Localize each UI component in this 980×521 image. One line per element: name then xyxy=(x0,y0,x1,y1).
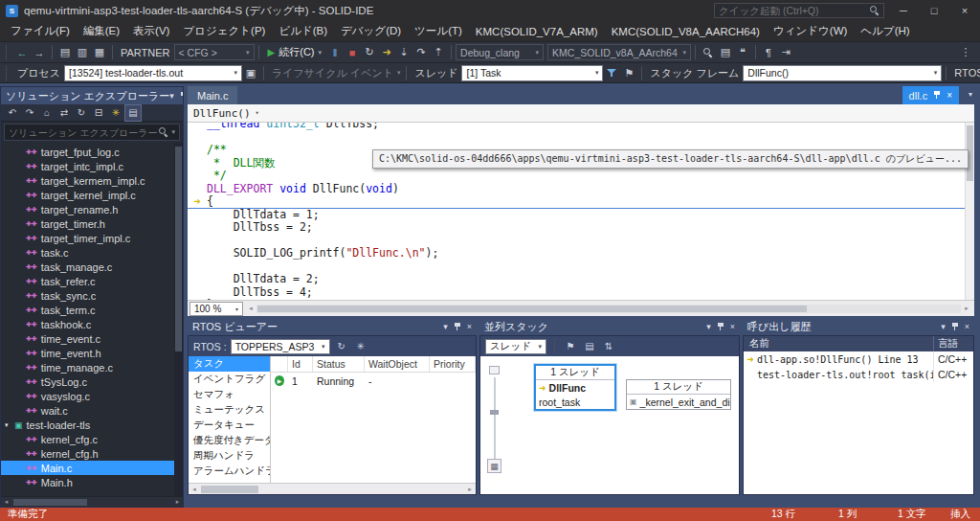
navigate-backward-icon[interactable]: ← xyxy=(13,44,31,61)
tree-item[interactable]: ✚✚target_kernel_impl.c xyxy=(1,188,183,202)
thread-combo[interactable]: [1] Task▾ xyxy=(461,65,603,81)
tree-item[interactable]: ✚✚task_sync.c xyxy=(1,288,183,303)
refresh-icon[interactable]: ↻ xyxy=(334,339,349,354)
stack-frame-item[interactable]: root_task xyxy=(536,395,614,409)
sync-selection-icon[interactable]: ⇄ xyxy=(56,105,72,121)
tree-item[interactable]: ✚✚Main.c xyxy=(1,461,183,475)
rtos-column-header[interactable]: Status xyxy=(313,356,365,372)
code-line[interactable]: DllTdata = 1; xyxy=(188,209,965,222)
comment-icon[interactable]: ❝ xyxy=(734,44,751,61)
close-panel-icon[interactable]: × xyxy=(965,322,969,331)
navigate-forward-icon[interactable]: → xyxy=(31,44,48,61)
process-combo[interactable]: [13524] test-loader-tls.out▾ xyxy=(64,65,242,81)
rtos-table-row[interactable]: ▶1Running- xyxy=(271,373,476,389)
rtos-horizontal-scrollbar[interactable]: ◂▸ xyxy=(189,483,476,494)
tree-item[interactable]: ✚✚target_timer.h xyxy=(1,216,183,231)
code-line[interactable]: DllTdata = 2; xyxy=(188,273,965,286)
solution-search-input[interactable] xyxy=(9,127,159,138)
rtos-combo[interactable]: TOPPERS_ASP3▾ xyxy=(231,339,330,354)
process-info-icon[interactable]: ▣ xyxy=(242,64,259,81)
rtos-column-header[interactable]: Priority xyxy=(430,356,476,372)
rtos-column-header[interactable]: Id xyxy=(288,356,313,372)
tree-item[interactable]: ✚✚task_term.c xyxy=(1,303,183,317)
close-panel-icon[interactable]: × xyxy=(467,322,472,331)
close-panel-icon[interactable]: × xyxy=(730,322,735,331)
rtos-category-item[interactable]: 優先度付きデータキュー xyxy=(189,433,270,448)
cfg-combo[interactable]: < CFG >▾ xyxy=(174,44,255,60)
settings-gear-icon[interactable]: ✳ xyxy=(353,339,368,354)
close-button[interactable]: × xyxy=(949,0,980,21)
editor-horizontal-scrollbar[interactable]: ◂▸ xyxy=(245,302,972,316)
pin-icon[interactable] xyxy=(717,323,724,331)
tree-item[interactable]: ✚✚target_kermem_impl.c xyxy=(1,173,183,188)
expander-icon[interactable]: ▾ xyxy=(5,421,14,429)
tree-item[interactable]: ✚✚Main.h xyxy=(1,475,183,489)
code-line[interactable] xyxy=(188,260,965,274)
flag-threads-icon[interactable]: ⚑ xyxy=(620,64,637,81)
stop-debugging-icon[interactable]: ■ xyxy=(344,44,361,61)
menu-item[interactable]: KMC(SOLID_V8A_AARCH64) xyxy=(605,21,767,41)
toolbar-overflow-icon[interactable]: ⋮ xyxy=(957,44,974,61)
auto-scroll-icon[interactable]: ⇅ xyxy=(601,339,616,354)
forward-icon[interactable]: ↷ xyxy=(22,105,37,121)
code-line[interactable]: */ xyxy=(188,170,965,183)
toolbar-grip[interactable] xyxy=(6,66,11,80)
stack-box-other[interactable]: 1 スレッド▣_kernel_exit_and_dispatch xyxy=(626,379,731,410)
line-numbers-icon[interactable]: ¶ xyxy=(760,44,777,61)
properties-icon[interactable]: ✳ xyxy=(108,105,123,121)
stack-box-current[interactable]: 1 スレッド➜DllFuncroot_task xyxy=(534,364,616,411)
save-all-icon[interactable]: ▦ xyxy=(91,44,108,61)
column-language[interactable]: 言語 xyxy=(933,336,973,351)
tab-main-c[interactable]: Main.c xyxy=(188,86,237,104)
tree-item[interactable]: ✚✚tSysLog.c xyxy=(1,374,183,389)
zoom-level-combo[interactable]: 100 %▾ xyxy=(189,302,243,316)
show-flagged-only-icon[interactable]: ⚑ xyxy=(563,339,578,354)
solution-explorer-header[interactable]: ソリューション エクスプローラー ▾ × xyxy=(1,87,183,104)
menu-item[interactable]: デバッグ(D) xyxy=(334,21,408,41)
zoom-slider[interactable] xyxy=(489,368,500,460)
rtos-viewer-header[interactable]: RTOS ビューアー ▾ × xyxy=(188,318,477,335)
find-icon[interactable] xyxy=(700,44,717,61)
zoom-fit-button[interactable] xyxy=(489,366,500,374)
rtos-category-item[interactable]: ミューテックス xyxy=(189,402,270,418)
quick-launch-box[interactable] xyxy=(714,3,884,18)
continue-button[interactable]: ▶ 続行(C) ▾ xyxy=(263,44,327,61)
menu-item[interactable]: 編集(E) xyxy=(77,21,126,41)
member-dropdown[interactable]: DllFunc() ▾ xyxy=(193,107,259,120)
code-line[interactable]: ➜{ xyxy=(188,195,965,209)
collapse-all-icon[interactable]: ⊟ xyxy=(91,105,106,121)
stack-frame-combo[interactable]: DllFunc()▾ xyxy=(743,65,942,81)
window-position-icon[interactable]: ▾ xyxy=(443,322,448,331)
platform-combo[interactable]: KMC_SOLID_v8A_AArch64▾ xyxy=(547,44,691,60)
rtos-category-item[interactable]: セマフォ xyxy=(189,387,270,402)
menu-item[interactable]: ツール(T) xyxy=(408,21,469,41)
lifecycle-events-button[interactable]: ライフサイクル イベント xyxy=(272,66,393,80)
search-icon[interactable] xyxy=(159,127,168,137)
code-line[interactable]: __thread uint32_t DllTbss; xyxy=(188,123,965,131)
tree-item[interactable]: ✚✚time_event.h xyxy=(1,346,183,360)
indent-icon[interactable]: ⇥ xyxy=(777,44,794,61)
partner-button[interactable]: PARTNER xyxy=(121,47,170,58)
solution-search-box[interactable]: ▾ xyxy=(4,124,180,141)
tree-item[interactable]: ✚✚target_timer_impl.c xyxy=(1,231,183,245)
tab-dll-c-preview[interactable]: dll.c × xyxy=(902,86,959,104)
tree-item[interactable]: ✚✚task.c xyxy=(1,245,183,260)
column-name[interactable]: 名前 xyxy=(744,336,933,351)
stacks-view-combo[interactable]: スレッド▾ xyxy=(485,339,546,354)
tree-item[interactable]: ✚✚kernel_cfg.c xyxy=(1,432,183,446)
menu-item[interactable]: ビルド(B) xyxy=(272,21,334,41)
pin-icon[interactable] xyxy=(951,323,959,331)
tree-item[interactable]: ✚✚wait.c xyxy=(1,403,183,418)
call-stack-header[interactable]: 呼び出し履歴 ▾ × xyxy=(743,318,974,335)
minimize-button[interactable]: ─ xyxy=(888,0,919,21)
status-character[interactable]: 1 文字 xyxy=(898,508,926,521)
code-line[interactable] xyxy=(188,131,965,145)
open-file-icon[interactable]: ▥ xyxy=(74,44,91,61)
debug-config-combo[interactable]: Debug_clang▾ xyxy=(456,44,544,60)
rtos-column-header[interactable]: WaitObject xyxy=(365,356,430,372)
birdseye-view-button[interactable]: ▦ xyxy=(487,459,501,473)
window-position-icon[interactable]: ▾ xyxy=(706,322,711,331)
parallel-stacks-header[interactable]: 並列スタック ▾ × xyxy=(479,318,740,335)
code-line[interactable]: } xyxy=(188,299,965,300)
filter-threads-icon[interactable] xyxy=(603,64,620,81)
